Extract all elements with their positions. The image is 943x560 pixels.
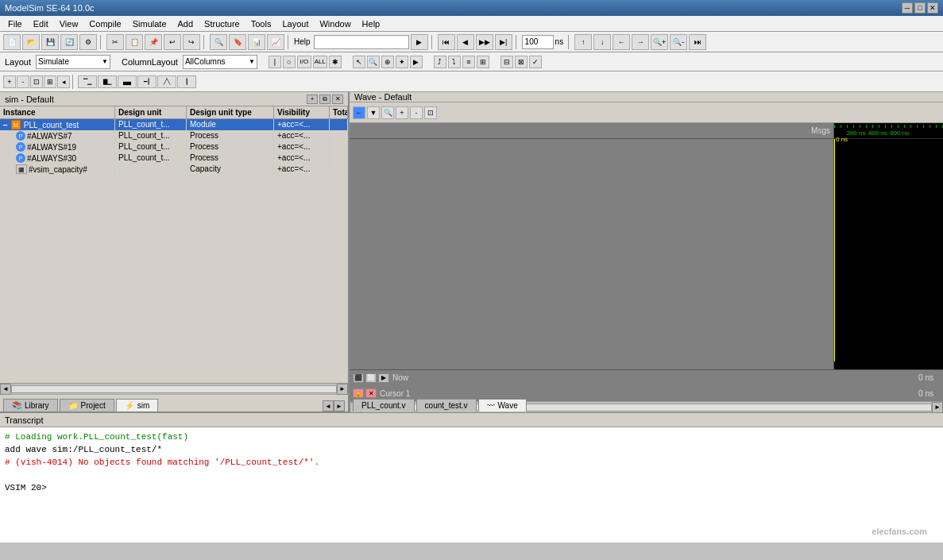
tb-sim-4[interactable]: ▶| <box>495 34 512 50</box>
wave-tool-4[interactable]: ⊞ <box>477 56 489 68</box>
pan-left[interactable]: ◂ <box>57 75 70 88</box>
table-row[interactable]: − M PLL_count_test PLL_count_t... Module… <box>0 119 348 130</box>
ws-icon-3[interactable]: ▶ <box>378 373 389 383</box>
tab-pll-count[interactable]: PLL_count.v <box>353 399 415 411</box>
panel-float-btn[interactable]: ⧉ <box>319 95 330 104</box>
wave-display-3[interactable]: ▄▄ <box>118 75 137 88</box>
wave-btn-7[interactable]: ⏭ <box>689 34 706 50</box>
wave-tb-3[interactable]: 🔍 <box>381 106 394 119</box>
wave-display-1[interactable]: ▔▁ <box>78 75 97 88</box>
tab-project[interactable]: 📁 Project <box>60 399 114 411</box>
close-button[interactable]: ✕ <box>927 2 938 14</box>
wave-btn-1[interactable]: ↑ <box>574 34 592 50</box>
tb-sim-1[interactable]: ⏮ <box>438 34 455 50</box>
wave-btn-2[interactable]: ↓ <box>593 34 611 50</box>
menu-window[interactable]: Window <box>315 17 355 30</box>
time-input[interactable] <box>522 35 554 49</box>
extra-tool-2[interactable]: ⊠ <box>515 56 528 68</box>
paste-button[interactable]: 📌 <box>145 34 162 50</box>
menu-compile[interactable]: Compile <box>84 17 126 30</box>
layout-icon-all[interactable]: ALL <box>313 56 327 68</box>
redo-button[interactable]: ↪ <box>183 34 200 50</box>
layout-icon-2[interactable]: ○ <box>283 56 296 68</box>
zoom-out[interactable]: - <box>17 75 29 88</box>
menu-add[interactable]: Add <box>173 17 199 30</box>
tab-library[interactable]: 📚 Library <box>3 399 58 411</box>
menu-view[interactable]: View <box>55 17 83 30</box>
sim-tool-3[interactable]: ⊕ <box>381 56 394 68</box>
left-nav-btn[interactable]: ◄ <box>323 400 334 411</box>
cut-button[interactable]: ✂ <box>106 34 124 50</box>
tab-sim[interactable]: ⚡ sim <box>116 399 159 411</box>
scroll-track[interactable] <box>11 385 337 393</box>
tb-btn-14[interactable]: 📈 <box>267 34 284 50</box>
tab-wave[interactable]: 〰 Wave <box>478 399 527 411</box>
table-row[interactable]: P #ALWAYS#19 PLL_count_t... Process +acc… <box>0 141 348 153</box>
wave-btn-5[interactable]: 🔍+ <box>651 34 668 50</box>
wave-tb-1[interactable]: ← <box>353 106 365 119</box>
bookmark-button[interactable]: 🔖 <box>229 34 246 50</box>
sim-tool-2[interactable]: 🔍 <box>367 56 380 68</box>
tb-sim-3[interactable]: ▶▶ <box>476 34 493 50</box>
wave-display-4[interactable]: ━┃ <box>137 75 157 88</box>
wave-display-5[interactable]: ╱╲ <box>157 75 176 88</box>
wave-tool-1[interactable]: ⤴ <box>434 56 446 68</box>
right-nav-btn[interactable]: ► <box>334 400 345 411</box>
extra-tool-1[interactable]: ⊟ <box>500 56 513 68</box>
menu-file[interactable]: File <box>3 17 27 30</box>
panel-expand-btn[interactable]: + <box>307 95 318 104</box>
title-buttons[interactable]: ─ □ ✕ <box>902 2 938 14</box>
table-row[interactable]: ▦ #vsim_capacity# Capacity +acc=<... <box>0 164 348 175</box>
wave-tb-4[interactable]: + <box>396 106 408 119</box>
minimize-button[interactable]: ─ <box>902 2 913 14</box>
menu-simulate[interactable]: Simulate <box>128 17 172 30</box>
find-button[interactable]: 🔍 <box>210 34 227 50</box>
scroll-left-btn[interactable]: ◄ <box>0 384 11 395</box>
panel-header-buttons[interactable]: + ⧉ ✕ <box>307 95 343 104</box>
wave-tb-2[interactable]: ▼ <box>367 106 380 119</box>
copy-button[interactable]: 📋 <box>126 34 143 50</box>
new-button[interactable]: 📄 <box>3 34 21 50</box>
wave-btn-3[interactable]: ← <box>613 34 630 50</box>
layout-icon-io[interactable]: I/O <box>297 56 311 68</box>
zoom-in[interactable]: + <box>3 75 16 88</box>
table-row[interactable]: P #ALWAYS#30 PLL_count_t... Process +acc… <box>0 153 348 164</box>
tb-btn-13[interactable]: 📊 <box>248 34 265 50</box>
menu-tools[interactable]: Tools <box>246 17 276 30</box>
ws-icon-1[interactable]: ⬛ <box>353 373 364 383</box>
sim-tool-1[interactable]: ↖ <box>353 56 365 68</box>
help-input[interactable] <box>314 35 409 49</box>
sim-tool-5[interactable]: ▶ <box>410 56 423 68</box>
open-button[interactable]: 📂 <box>22 34 40 50</box>
sim-tool-4[interactable]: ✦ <box>396 56 408 68</box>
table-row[interactable]: P #ALWAYS#7 PLL_count_t... Process +acc=… <box>0 130 348 141</box>
menu-layout[interactable]: Layout <box>277 17 313 30</box>
column-layout-arrow-icon[interactable]: ▼ <box>249 58 255 65</box>
menu-structure[interactable]: Structure <box>199 17 245 30</box>
save-button[interactable]: 💾 <box>41 34 59 50</box>
ws-icon-2[interactable]: ⬜ <box>365 373 377 383</box>
undo-button[interactable]: ↩ <box>164 34 181 50</box>
maximize-button[interactable]: □ <box>914 2 926 14</box>
layout-icon-star[interactable]: ✱ <box>329 56 342 68</box>
help-go-button[interactable]: ▶ <box>411 34 428 50</box>
layout-arrow-icon[interactable]: ▼ <box>102 58 108 65</box>
menu-help[interactable]: Help <box>357 17 385 30</box>
extra-tool-3[interactable]: ✓ <box>529 56 542 68</box>
wave-display-2[interactable]: ▇▁ <box>98 75 117 88</box>
tb-sim-2[interactable]: ◀ <box>457 34 474 50</box>
panel-close-btn[interactable]: ✕ <box>332 95 343 104</box>
tb-btn-4[interactable]: 🔄 <box>60 34 78 50</box>
wave-btn-6[interactable]: 🔍- <box>670 34 687 50</box>
menu-edit[interactable]: Edit <box>29 17 53 30</box>
wave-btn-4[interactable]: → <box>632 34 649 50</box>
wave-display-6[interactable]: ▕▏ <box>177 75 196 88</box>
wave-tool-2[interactable]: ⤵ <box>448 56 461 68</box>
wave-tb-6[interactable]: ⊡ <box>424 106 437 119</box>
zoom-fit[interactable]: ⊡ <box>30 75 43 88</box>
tab-count-test[interactable]: count_test.v <box>416 399 477 411</box>
wave-tb-5[interactable]: - <box>410 106 423 119</box>
wave-tool-3[interactable]: ≡ <box>462 56 475 68</box>
zoom-full[interactable]: ⊞ <box>44 75 56 88</box>
layout-icon-1[interactable]: | <box>269 56 281 68</box>
